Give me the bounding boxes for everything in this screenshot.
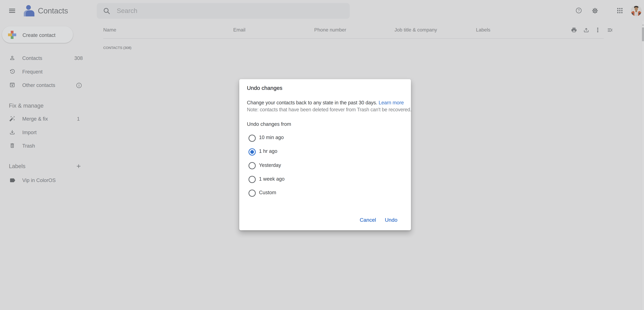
svg-text:?: ? (578, 8, 580, 12)
